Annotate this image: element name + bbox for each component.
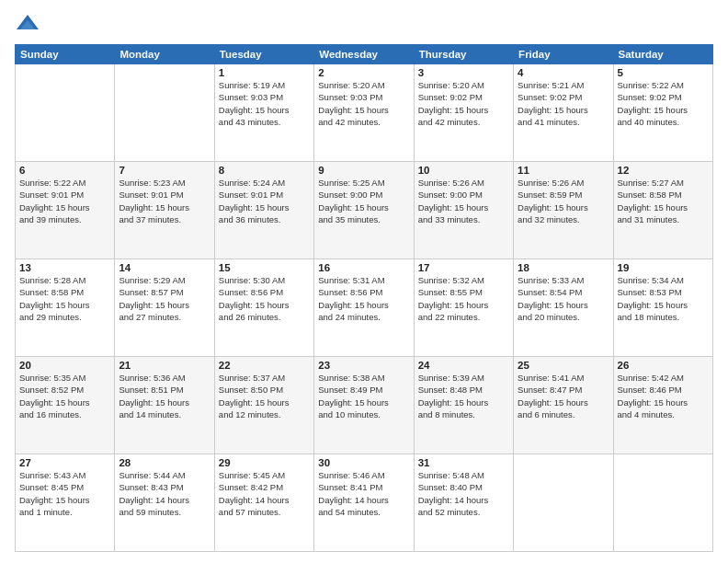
day-number: 23: [318, 360, 409, 371]
header: [15, 11, 713, 37]
day-info: Sunrise: 5:35 AM Sunset: 8:52 PM Dayligh…: [19, 372, 110, 420]
weekday-header-row: SundayMondayTuesdayWednesdayThursdayFrid…: [16, 45, 713, 64]
day-number: 18: [518, 262, 609, 273]
day-info: Sunrise: 5:32 AM Sunset: 8:55 PM Dayligh…: [418, 274, 509, 323]
day-number: 21: [119, 360, 210, 371]
day-number: 22: [219, 360, 310, 371]
day-info: Sunrise: 5:37 AM Sunset: 8:50 PM Dayligh…: [219, 372, 310, 420]
day-info: Sunrise: 5:48 AM Sunset: 8:40 PM Dayligh…: [418, 469, 509, 518]
day-info: Sunrise: 5:30 AM Sunset: 8:56 PM Dayligh…: [219, 274, 310, 323]
logo-icon: [15, 11, 40, 37]
weekday-header-tuesday: Tuesday: [214, 45, 313, 64]
day-info: Sunrise: 5:45 AM Sunset: 8:42 PM Dayligh…: [219, 469, 310, 518]
day-info: Sunrise: 5:36 AM Sunset: 8:51 PM Dayligh…: [119, 372, 210, 420]
day-info: Sunrise: 5:43 AM Sunset: 8:45 PM Dayligh…: [19, 469, 110, 518]
day-info: Sunrise: 5:22 AM Sunset: 9:01 PM Dayligh…: [19, 177, 110, 225]
day-number: 11: [518, 165, 609, 176]
day-cell: 10Sunrise: 5:26 AM Sunset: 9:00 PM Dayli…: [414, 162, 513, 259]
day-cell: 25Sunrise: 5:41 AM Sunset: 8:47 PM Dayli…: [514, 357, 613, 454]
day-info: Sunrise: 5:33 AM Sunset: 8:54 PM Dayligh…: [518, 274, 609, 323]
day-number: 20: [19, 360, 110, 371]
day-number: 15: [219, 262, 310, 273]
day-cell: 19Sunrise: 5:34 AM Sunset: 8:53 PM Dayli…: [613, 259, 712, 357]
day-cell: 5Sunrise: 5:22 AM Sunset: 9:02 PM Daylig…: [613, 64, 712, 162]
day-number: 13: [19, 262, 110, 273]
weekday-header-thursday: Thursday: [414, 45, 513, 64]
day-number: 6: [19, 165, 110, 176]
day-info: Sunrise: 5:26 AM Sunset: 8:59 PM Dayligh…: [518, 177, 609, 225]
week-row-4: 20Sunrise: 5:35 AM Sunset: 8:52 PM Dayli…: [16, 357, 713, 454]
day-number: 29: [219, 457, 310, 468]
day-info: Sunrise: 5:38 AM Sunset: 8:49 PM Dayligh…: [318, 372, 409, 420]
week-row-3: 13Sunrise: 5:28 AM Sunset: 8:58 PM Dayli…: [16, 259, 713, 357]
day-cell: 4Sunrise: 5:21 AM Sunset: 9:02 PM Daylig…: [514, 64, 613, 162]
day-info: Sunrise: 5:27 AM Sunset: 8:58 PM Dayligh…: [618, 177, 709, 225]
day-info: Sunrise: 5:22 AM Sunset: 9:02 PM Dayligh…: [618, 79, 709, 128]
day-number: 27: [19, 457, 110, 468]
day-number: 14: [119, 262, 210, 273]
day-info: Sunrise: 5:24 AM Sunset: 9:01 PM Dayligh…: [219, 177, 310, 225]
day-cell: 1Sunrise: 5:19 AM Sunset: 9:03 PM Daylig…: [214, 64, 313, 162]
day-info: Sunrise: 5:46 AM Sunset: 8:41 PM Dayligh…: [318, 469, 409, 518]
day-info: Sunrise: 5:31 AM Sunset: 8:56 PM Dayligh…: [318, 274, 409, 323]
day-cell: 23Sunrise: 5:38 AM Sunset: 8:49 PM Dayli…: [314, 357, 414, 454]
day-number: 9: [318, 165, 409, 176]
day-cell: [613, 454, 712, 552]
page: SundayMondayTuesdayWednesdayThursdayFrid…: [0, 0, 728, 563]
day-cell: 17Sunrise: 5:32 AM Sunset: 8:55 PM Dayli…: [414, 259, 513, 357]
day-cell: 21Sunrise: 5:36 AM Sunset: 8:51 PM Dayli…: [115, 357, 214, 454]
day-cell: 16Sunrise: 5:31 AM Sunset: 8:56 PM Dayli…: [314, 259, 414, 357]
day-cell: 24Sunrise: 5:39 AM Sunset: 8:48 PM Dayli…: [414, 357, 513, 454]
day-info: Sunrise: 5:23 AM Sunset: 9:01 PM Dayligh…: [119, 177, 210, 225]
day-cell: 6Sunrise: 5:22 AM Sunset: 9:01 PM Daylig…: [16, 162, 115, 259]
day-cell: 13Sunrise: 5:28 AM Sunset: 8:58 PM Dayli…: [16, 259, 115, 357]
day-cell: 7Sunrise: 5:23 AM Sunset: 9:01 PM Daylig…: [115, 162, 214, 259]
day-cell: 26Sunrise: 5:42 AM Sunset: 8:46 PM Dayli…: [613, 357, 712, 454]
week-row-5: 27Sunrise: 5:43 AM Sunset: 8:45 PM Dayli…: [16, 454, 713, 552]
day-cell: 18Sunrise: 5:33 AM Sunset: 8:54 PM Dayli…: [514, 259, 613, 357]
day-info: Sunrise: 5:42 AM Sunset: 8:46 PM Dayligh…: [618, 372, 709, 420]
day-info: Sunrise: 5:34 AM Sunset: 8:53 PM Dayligh…: [618, 274, 709, 323]
weekday-header-wednesday: Wednesday: [314, 45, 414, 64]
day-cell: 12Sunrise: 5:27 AM Sunset: 8:58 PM Dayli…: [613, 162, 712, 259]
day-number: 31: [418, 457, 509, 468]
day-number: 7: [119, 165, 210, 176]
week-row-2: 6Sunrise: 5:22 AM Sunset: 9:01 PM Daylig…: [16, 162, 713, 259]
day-cell: 22Sunrise: 5:37 AM Sunset: 8:50 PM Dayli…: [214, 357, 313, 454]
day-cell: [514, 454, 613, 552]
day-info: Sunrise: 5:20 AM Sunset: 9:02 PM Dayligh…: [418, 79, 509, 128]
day-number: 19: [618, 262, 709, 273]
day-info: Sunrise: 5:19 AM Sunset: 9:03 PM Dayligh…: [219, 79, 310, 128]
day-number: 28: [119, 457, 210, 468]
weekday-header-saturday: Saturday: [613, 45, 712, 64]
day-cell: [16, 64, 115, 162]
day-cell: 9Sunrise: 5:25 AM Sunset: 9:00 PM Daylig…: [314, 162, 414, 259]
day-number: 2: [318, 67, 409, 78]
week-row-1: 1Sunrise: 5:19 AM Sunset: 9:03 PM Daylig…: [16, 64, 713, 162]
day-cell: 8Sunrise: 5:24 AM Sunset: 9:01 PM Daylig…: [214, 162, 313, 259]
day-cell: 28Sunrise: 5:44 AM Sunset: 8:43 PM Dayli…: [115, 454, 214, 552]
day-number: 12: [618, 165, 709, 176]
day-number: 8: [219, 165, 310, 176]
day-info: Sunrise: 5:44 AM Sunset: 8:43 PM Dayligh…: [119, 469, 210, 518]
calendar: SundayMondayTuesdayWednesdayThursdayFrid…: [15, 44, 713, 552]
day-cell: [115, 64, 214, 162]
day-cell: 29Sunrise: 5:45 AM Sunset: 8:42 PM Dayli…: [214, 454, 313, 552]
day-cell: 30Sunrise: 5:46 AM Sunset: 8:41 PM Dayli…: [314, 454, 414, 552]
weekday-header-sunday: Sunday: [16, 45, 115, 64]
day-number: 17: [418, 262, 509, 273]
day-info: Sunrise: 5:29 AM Sunset: 8:57 PM Dayligh…: [119, 274, 210, 323]
day-cell: 27Sunrise: 5:43 AM Sunset: 8:45 PM Dayli…: [16, 454, 115, 552]
day-cell: 20Sunrise: 5:35 AM Sunset: 8:52 PM Dayli…: [16, 357, 115, 454]
day-info: Sunrise: 5:20 AM Sunset: 9:03 PM Dayligh…: [318, 79, 409, 128]
day-number: 1: [219, 67, 310, 78]
day-cell: 3Sunrise: 5:20 AM Sunset: 9:02 PM Daylig…: [414, 64, 513, 162]
day-number: 26: [618, 360, 709, 371]
day-cell: 31Sunrise: 5:48 AM Sunset: 8:40 PM Dayli…: [414, 454, 513, 552]
day-number: 5: [618, 67, 709, 78]
day-info: Sunrise: 5:41 AM Sunset: 8:47 PM Dayligh…: [518, 372, 609, 420]
day-number: 4: [518, 67, 609, 78]
day-info: Sunrise: 5:26 AM Sunset: 9:00 PM Dayligh…: [418, 177, 509, 225]
day-number: 3: [418, 67, 509, 78]
logo: [15, 11, 44, 37]
